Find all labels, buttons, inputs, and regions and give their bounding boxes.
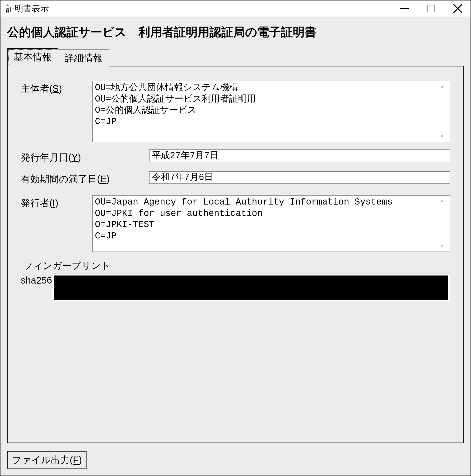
scroll-up-icon: ▴: [440, 83, 444, 90]
row-issue-date: 発行年月日(Y) 平成27年7月7日: [21, 150, 450, 164]
window-title: 証明書表示: [6, 3, 49, 15]
maximize-icon: [427, 5, 435, 12]
label-issuer: 発行者(I): [21, 195, 92, 209]
tab-basic-info-label: 基本情報: [14, 52, 52, 62]
close-button[interactable]: [453, 3, 463, 14]
fingerprint-redacted: [54, 275, 448, 300]
row-fingerprint: フィンガープリント sha256: [21, 259, 450, 302]
file-output-button-pre: ファイル出力(: [12, 455, 73, 465]
tab-basic-info[interactable]: 基本情報: [7, 48, 58, 67]
bottom-bar: ファイル出力(F): [7, 448, 464, 469]
subject-field[interactable]: OU=地方公共団体情報システム機構 OU=公的個人認証サービス利用者証明用 O=…: [92, 81, 450, 142]
label-issue-date-key: Y: [71, 152, 78, 163]
label-subject-post: ): [59, 83, 62, 94]
label-issuer-pre: 発行者(: [21, 198, 52, 208]
page-title: 公的個人認証サービス 利用者証明用認証局の電子証明書: [7, 24, 464, 40]
label-expire-date-post: ): [106, 174, 110, 184]
client-area: 公的個人認証サービス 利用者証明用認証局の電子証明書 基本情報 詳細情報 主体者…: [0, 17, 471, 476]
file-output-button-post: ): [79, 455, 82, 465]
tab-container: 基本情報 詳細情報 主体者(S) OU=地方公共団体情報システム機構 OU=公的…: [7, 48, 464, 443]
label-subject: 主体者(S): [21, 81, 92, 95]
subject-field-text: OU=地方公共団体情報システム機構 OU=公的個人認証サービス利用者証明用 O=…: [95, 82, 437, 141]
label-issue-date-pre: 発行年月日(: [21, 152, 71, 163]
row-issuer: 発行者(I) OU=Japan Agency for Local Authori…: [21, 195, 450, 252]
subject-scrollbar[interactable]: ▴ ▾: [437, 82, 447, 141]
tab-detail-info-label: 詳細情報: [65, 53, 102, 63]
tab-panel-basic: 主体者(S) OU=地方公共団体情報システム機構 OU=公的個人認証サービス利用…: [7, 66, 464, 443]
label-expire-date-key: E: [100, 174, 106, 184]
window-controls: [399, 3, 467, 14]
file-output-button-key: F: [73, 455, 79, 465]
label-expire-date: 有効期間の満了日(E): [21, 171, 149, 186]
issue-date-field[interactable]: 平成27年7月7日: [149, 150, 450, 162]
scroll-down-icon: ▾: [440, 243, 444, 250]
titlebar: 証明書表示: [0, 0, 471, 17]
label-subject-key: S: [52, 83, 59, 94]
label-issue-date-post: ): [78, 152, 81, 163]
row-expire-date: 有効期間の満了日(E) 令和7年7月6日: [21, 171, 450, 186]
row-subject: 主体者(S) OU=地方公共団体情報システム機構 OU=公的個人認証サービス利用…: [21, 81, 450, 142]
scroll-down-icon: ▾: [440, 133, 444, 140]
close-icon: [453, 3, 463, 14]
scroll-up-icon: ▴: [440, 197, 444, 204]
label-issue-date: 発行年月日(Y): [21, 150, 149, 164]
file-output-button[interactable]: ファイル出力(F): [7, 451, 87, 469]
expire-date-field[interactable]: 令和7年7月6日: [149, 171, 450, 184]
issuer-scrollbar[interactable]: ▴ ▾: [437, 196, 447, 251]
label-subject-pre: 主体者(: [21, 83, 52, 94]
tabstrip: 基本情報 詳細情報: [7, 48, 464, 66]
tab-detail-info[interactable]: 詳細情報: [58, 49, 109, 68]
maximize-button[interactable]: [426, 3, 436, 14]
label-issuer-key: I: [52, 198, 55, 208]
label-expire-date-pre: 有効期間の満了日(: [21, 174, 100, 184]
certificate-window: 証明書表示 公的個人認証サービス 利用者証明用認証局の電子証明書 基本情報: [0, 0, 471, 476]
fingerprint-row: sha256: [21, 273, 450, 302]
label-issuer-post: ): [55, 198, 58, 208]
label-fingerprint: フィンガープリント: [23, 259, 450, 272]
issuer-field-text: OU=Japan Agency for Local Authority Info…: [95, 196, 437, 251]
fingerprint-field[interactable]: [52, 273, 450, 302]
label-fingerprint-alg: sha256: [21, 273, 52, 302]
issuer-field[interactable]: OU=Japan Agency for Local Authority Info…: [92, 195, 450, 252]
minimize-button[interactable]: [399, 3, 410, 14]
minimize-icon: [400, 8, 409, 9]
